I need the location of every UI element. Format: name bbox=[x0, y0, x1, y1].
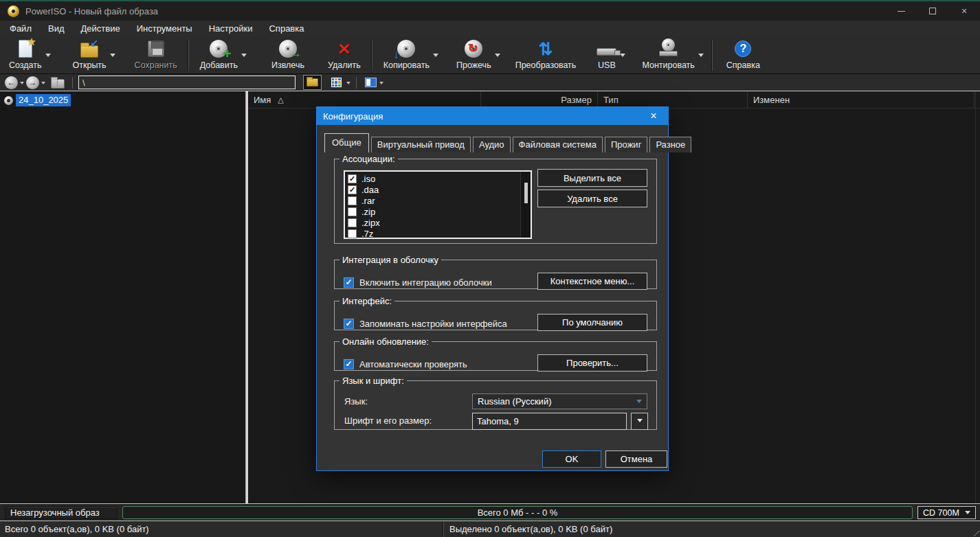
auto-check-option[interactable]: ✓ Автоматически проверять bbox=[344, 359, 467, 369]
checkbox-icon[interactable] bbox=[348, 218, 357, 227]
tab-misc[interactable]: Разное bbox=[649, 137, 691, 152]
dialog-close-button[interactable]: × bbox=[645, 107, 662, 125]
delete-button[interactable]: × Удалить bbox=[322, 38, 367, 73]
path-input[interactable] bbox=[78, 76, 296, 89]
save-button[interactable]: Сохранить bbox=[129, 38, 183, 73]
list-item[interactable]: ✓ .iso bbox=[345, 173, 531, 184]
app-logo-icon bbox=[8, 5, 19, 17]
copy-dropdown[interactable] bbox=[433, 38, 442, 73]
column-header-modified[interactable]: Изменен bbox=[748, 91, 975, 108]
open-dropdown[interactable] bbox=[110, 38, 119, 73]
shell-integration-group: Интеграция в оболочку ✓ Включить интегра… bbox=[334, 255, 657, 289]
menu-action[interactable]: Действие bbox=[73, 21, 129, 36]
mount-dropdown[interactable] bbox=[698, 38, 707, 73]
font-field[interactable] bbox=[472, 413, 627, 430]
forward-button[interactable]: → bbox=[26, 76, 39, 89]
browse-folder-button[interactable] bbox=[303, 75, 322, 90]
back-button[interactable]: ← bbox=[5, 76, 18, 89]
burn-dropdown[interactable] bbox=[495, 38, 504, 73]
select-all-button[interactable]: Выделить все bbox=[537, 169, 647, 187]
checkbox-icon[interactable]: ✓ bbox=[344, 359, 354, 369]
cancel-button[interactable]: Отмена bbox=[605, 450, 667, 468]
close-button[interactable]: × bbox=[948, 1, 980, 21]
defaults-button[interactable]: По умолчанию bbox=[537, 314, 647, 331]
check-now-button[interactable]: Проверить... bbox=[537, 354, 647, 372]
mount-button[interactable]: Монтировать bbox=[636, 38, 700, 73]
minimize-button[interactable] bbox=[885, 1, 917, 21]
scrollbar[interactable] bbox=[520, 172, 531, 238]
save-floppy-icon bbox=[148, 40, 164, 58]
convert-button[interactable]: ⇅ Преобразовать bbox=[509, 38, 583, 73]
remove-all-button[interactable]: Удалить все bbox=[537, 190, 647, 207]
dialog-title: Конфигурация bbox=[323, 111, 383, 122]
usb-dropdown[interactable] bbox=[620, 38, 629, 73]
context-menu-button[interactable]: Контекстное меню... bbox=[537, 273, 647, 290]
boot-status-label: Незагрузочный образ bbox=[5, 506, 118, 519]
burn-button[interactable]: ↻ Прожечь bbox=[450, 38, 498, 73]
list-item[interactable]: .zipx bbox=[345, 217, 531, 228]
list-item[interactable]: .zip bbox=[345, 206, 531, 217]
tab-general[interactable]: Общие bbox=[324, 133, 369, 152]
tab-virtual-drive[interactable]: Виртуальный привод bbox=[371, 137, 471, 152]
checkbox-label: Запоминать настройки интерфейса bbox=[359, 319, 507, 329]
menu-settings[interactable]: Настройки bbox=[201, 21, 261, 36]
column-header-name[interactable]: Имя △ bbox=[248, 91, 481, 108]
remember-interface-option[interactable]: ✓ Запоминать настройки интерфейса bbox=[344, 319, 507, 329]
media-capacity-select[interactable]: CD 700M bbox=[917, 506, 976, 519]
checkbox-icon[interactable] bbox=[348, 229, 357, 238]
maximize-button[interactable] bbox=[917, 1, 948, 21]
scrollbar-thumb[interactable] bbox=[524, 183, 528, 203]
language-value: Russian (Русский) bbox=[478, 396, 551, 407]
arrow-icon: ↙ bbox=[90, 37, 98, 48]
tab-burn[interactable]: Прожиг bbox=[605, 137, 647, 152]
column-header-type[interactable]: Тип bbox=[598, 91, 748, 108]
language-select[interactable]: Russian (Русский) bbox=[472, 393, 647, 409]
new-button[interactable]: ★ Создать bbox=[3, 38, 48, 73]
checkbox-icon[interactable] bbox=[348, 207, 357, 216]
list-item[interactable]: .7z bbox=[345, 228, 531, 239]
tab-audio[interactable]: Аудио bbox=[473, 137, 511, 152]
chevron-down-icon bbox=[637, 419, 643, 425]
copy-button[interactable]: ↓ Копировать bbox=[377, 38, 436, 73]
view-mode-button[interactable] bbox=[328, 75, 344, 90]
dialog-titlebar[interactable]: Конфигурация × bbox=[317, 107, 668, 125]
scrollbar-edge bbox=[975, 91, 976, 503]
layout-dropdown[interactable] bbox=[379, 82, 383, 87]
list-item[interactable]: .rar bbox=[345, 195, 531, 206]
checkbox-icon[interactable]: ✓ bbox=[348, 185, 357, 194]
chevron-down-icon bbox=[620, 54, 625, 60]
menu-view[interactable]: Вид bbox=[40, 21, 73, 36]
checkbox-icon[interactable] bbox=[348, 196, 357, 205]
add-button[interactable]: + Добавить bbox=[194, 38, 244, 73]
statusbar: Всего 0 объект(а,ов), 0 KB (0 байт) Выде… bbox=[0, 521, 980, 537]
up-folder-button[interactable]: ↑ bbox=[51, 79, 65, 89]
associations-list[interactable]: ✓ .iso ✓ .daa .rar .zip .zipx bbox=[344, 170, 532, 239]
add-dropdown[interactable] bbox=[241, 38, 250, 73]
view-mode-dropdown[interactable] bbox=[346, 82, 350, 87]
extract-button[interactable]: → Извлечь bbox=[265, 38, 311, 73]
usb-button[interactable]: USB bbox=[590, 38, 623, 73]
back-dropdown[interactable] bbox=[20, 82, 24, 87]
tab-filesystem[interactable]: Файловая система bbox=[513, 137, 603, 152]
layout-button[interactable] bbox=[364, 75, 377, 90]
association-label: .zip bbox=[361, 207, 375, 217]
checkbox-icon[interactable]: ✓ bbox=[348, 174, 357, 183]
list-item[interactable]: ✓ .daa bbox=[345, 184, 531, 195]
menu-tools[interactable]: Инструменты bbox=[129, 21, 201, 36]
column-header-size[interactable]: Размер bbox=[481, 91, 598, 108]
ok-button[interactable]: OK bbox=[542, 450, 601, 468]
menu-help[interactable]: Справка bbox=[260, 21, 312, 36]
tree-item-image-root[interactable]: 24_10_2025 bbox=[4, 94, 245, 106]
online-update-group: Онлайн обновление: ✓ Автоматически прове… bbox=[334, 336, 657, 371]
forward-dropdown[interactable] bbox=[41, 82, 45, 87]
checkbox-icon[interactable]: ✓ bbox=[344, 319, 354, 329]
checkbox-icon[interactable]: ✓ bbox=[344, 277, 354, 288]
new-dropdown[interactable] bbox=[45, 38, 54, 73]
shell-integration-option[interactable]: ✓ Включить интеграцию оболочки bbox=[344, 277, 492, 288]
help-button[interactable]: ? Справка bbox=[720, 38, 766, 73]
menu-file[interactable]: Файл bbox=[0, 21, 40, 36]
configuration-dialog: Конфигурация × Общие Виртуальный привод … bbox=[316, 106, 669, 471]
language-font-legend: Язык и шрифт: bbox=[339, 376, 407, 386]
font-dropdown-button[interactable] bbox=[631, 413, 648, 430]
open-button[interactable]: ↙ Открыть bbox=[67, 38, 113, 73]
